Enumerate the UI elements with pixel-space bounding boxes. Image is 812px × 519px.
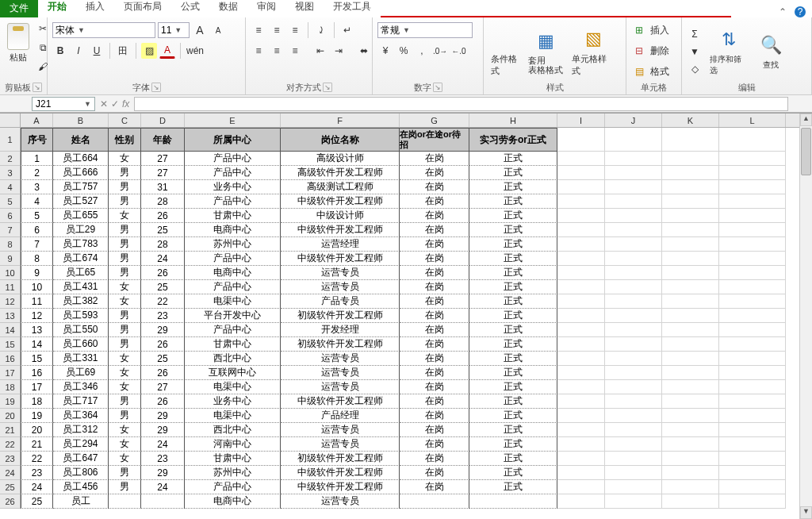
data-cell[interactable]: 产品中心: [185, 194, 281, 209]
format-as-table-button[interactable]: ▦ 套用 表格格式: [523, 21, 568, 82]
data-cell[interactable]: [719, 266, 786, 280]
row-head-9[interactable]: 9: [0, 252, 20, 266]
data-cell[interactable]: [557, 152, 605, 166]
data-cell[interactable]: 中级软件开发工程师: [281, 223, 400, 237]
row-head-11[interactable]: 11: [0, 280, 20, 294]
data-cell[interactable]: 26: [141, 394, 185, 409]
row-head-17[interactable]: 17: [0, 366, 20, 380]
header-cell[interactable]: 在岗or在途or待招: [400, 128, 469, 152]
data-cell[interactable]: [557, 409, 605, 423]
row-head-5[interactable]: 5: [0, 194, 20, 209]
tab-审阅[interactable]: 审阅: [247, 0, 285, 17]
data-cell[interactable]: 苏州中心: [185, 237, 281, 252]
col-head-J[interactable]: J: [605, 113, 662, 127]
font-name-select[interactable]: 宋体▼: [52, 22, 155, 38]
data-cell[interactable]: [719, 252, 786, 266]
data-cell[interactable]: 西北中心: [185, 423, 281, 437]
data-cell[interactable]: 男: [109, 480, 141, 494]
data-cell[interactable]: 在岗: [400, 152, 469, 166]
data-cell[interactable]: 运营专员: [281, 423, 400, 437]
data-cell[interactable]: [605, 452, 662, 466]
data-cell[interactable]: 员工364: [53, 409, 109, 423]
data-cell[interactable]: 19: [21, 409, 53, 423]
align-left-icon[interactable]: ≡: [251, 43, 266, 59]
data-cell[interactable]: 运营专员: [281, 437, 400, 452]
data-cell[interactable]: 河南中心: [185, 437, 281, 452]
data-cell[interactable]: [605, 466, 662, 480]
row-head-6[interactable]: 6: [0, 209, 20, 223]
data-cell[interactable]: [605, 323, 662, 337]
row-head-10[interactable]: 10: [0, 266, 20, 280]
data-cell[interactable]: 在岗: [400, 223, 469, 237]
data-cell[interactable]: 中级软件开发工程师: [281, 394, 400, 409]
align-middle-icon[interactable]: ≡: [269, 22, 285, 38]
data-cell[interactable]: [719, 128, 786, 152]
data-cell[interactable]: 电渠中心: [185, 380, 281, 394]
data-cell[interactable]: 8: [21, 252, 53, 266]
data-cell[interactable]: 男: [109, 266, 141, 280]
align-right-icon[interactable]: ≡: [287, 43, 303, 59]
data-cell[interactable]: 27: [141, 152, 185, 166]
data-cell[interactable]: 在岗: [400, 337, 469, 352]
col-head-G[interactable]: G: [400, 113, 469, 127]
wrap-text-icon[interactable]: ↵: [339, 22, 355, 38]
data-cell[interactable]: 在岗: [400, 466, 469, 480]
data-cell[interactable]: [605, 409, 662, 423]
data-cell[interactable]: [662, 223, 719, 237]
data-cell[interactable]: 产品中心: [185, 152, 281, 166]
data-cell[interactable]: 在岗: [400, 480, 469, 494]
data-cell[interactable]: 电渠中心: [185, 409, 281, 423]
data-cell[interactable]: [719, 423, 786, 437]
data-cell[interactable]: 26: [141, 209, 185, 223]
data-cell[interactable]: [719, 494, 786, 509]
data-cell[interactable]: 中级设计师: [281, 209, 400, 223]
data-cell[interactable]: 在岗: [400, 423, 469, 437]
row-head-4[interactable]: 4: [0, 180, 20, 194]
data-cell[interactable]: 在岗: [400, 409, 469, 423]
data-cell[interactable]: 初级软件开发工程师: [281, 337, 400, 352]
data-cell[interactable]: 28: [141, 237, 185, 252]
data-cell[interactable]: [605, 128, 662, 152]
data-cell[interactable]: 正式: [469, 180, 557, 194]
border-button[interactable]: 田: [115, 43, 131, 59]
data-cell[interactable]: 员工527: [53, 194, 109, 209]
data-cell[interactable]: [557, 494, 605, 509]
data-cell[interactable]: 在岗: [400, 452, 469, 466]
data-cell[interactable]: [662, 180, 719, 194]
data-cell[interactable]: 员工593: [53, 309, 109, 323]
row-head-7[interactable]: 7: [0, 223, 20, 237]
data-cell[interactable]: [557, 280, 605, 294]
percent-icon[interactable]: %: [396, 43, 412, 59]
increase-decimal-icon[interactable]: .0→: [432, 43, 448, 59]
data-cell[interactable]: [662, 380, 719, 394]
row-head-22[interactable]: 22: [0, 437, 20, 452]
name-box[interactable]: J21▼: [32, 97, 95, 111]
data-cell[interactable]: 员工: [53, 494, 109, 509]
header-cell[interactable]: 所属中心: [185, 128, 281, 152]
cancel-formula-icon[interactable]: ✕: [100, 98, 108, 110]
data-cell[interactable]: 29: [141, 323, 185, 337]
align-dialog[interactable]: ↘: [323, 83, 332, 92]
data-cell[interactable]: 在岗: [400, 294, 469, 309]
data-cell[interactable]: 女: [109, 423, 141, 437]
insert-cells-icon[interactable]: ⊞: [631, 22, 647, 38]
data-cell[interactable]: 运营专员: [281, 380, 400, 394]
data-cell[interactable]: 男: [109, 223, 141, 237]
data-cell[interactable]: 24: [141, 252, 185, 266]
data-cell[interactable]: [141, 494, 185, 509]
formula-input[interactable]: [134, 97, 788, 111]
data-cell[interactable]: 4: [21, 194, 53, 209]
data-cell[interactable]: 18: [21, 394, 53, 409]
data-cell[interactable]: [662, 494, 719, 509]
data-cell[interactable]: [719, 480, 786, 494]
data-cell[interactable]: 正式: [469, 466, 557, 480]
scroll-thumb[interactable]: [801, 128, 811, 175]
row-head-14[interactable]: 14: [0, 323, 20, 337]
tab-公式[interactable]: 公式: [171, 0, 209, 17]
data-cell[interactable]: 24: [141, 437, 185, 452]
grow-font-icon[interactable]: A: [192, 22, 208, 38]
data-cell[interactable]: 产品中心: [185, 323, 281, 337]
data-cell[interactable]: 24: [21, 480, 53, 494]
data-cell[interactable]: 在岗: [400, 309, 469, 323]
data-cell[interactable]: 25: [141, 352, 185, 366]
